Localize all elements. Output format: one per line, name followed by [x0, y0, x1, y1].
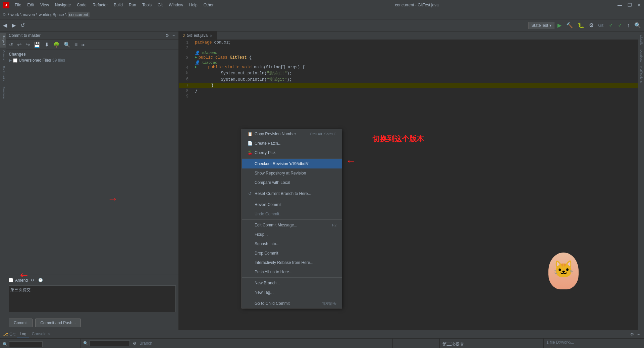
cherry-icon: 🍒 — [247, 150, 253, 155]
tab-log[interactable]: Log — [17, 330, 29, 338]
ctx-new-branch[interactable]: New Branch... — [242, 278, 342, 288]
breadcrumb-work[interactable]: work — [10, 12, 19, 17]
menu-code[interactable]: Code — [74, 2, 89, 8]
separator-4 — [242, 219, 342, 220]
undo-icon[interactable]: ↩ — [15, 41, 23, 49]
tab-console[interactable]: Console ✕ — [29, 330, 53, 338]
close-button[interactable]: ✕ — [637, 2, 641, 8]
ctx-push-all-up[interactable]: Push All up to Here... — [242, 267, 342, 277]
filter-icon[interactable]: ⚙ — [131, 340, 138, 347]
commit-message-area: Amend ⚙ 🕐 第三次提交 — [6, 275, 178, 316]
expand-icon[interactable]: ≡ — [73, 41, 79, 49]
unversioned-checkbox[interactable] — [13, 58, 17, 63]
demo01-folder[interactable]: ▾ 📁 demo01 — [544, 346, 644, 348]
ctx-revert-commit[interactable]: Revert Commit — [242, 200, 342, 209]
breadcrumb-maven[interactable]: maven — [23, 12, 35, 17]
state-test-button[interactable]: StateTest ▾ — [528, 22, 554, 29]
console-close-icon[interactable]: ✕ — [48, 332, 51, 336]
git-check-btn[interactable]: ✓ — [607, 21, 615, 29]
build-button[interactable]: 🔨 — [565, 21, 575, 29]
commit-minimize-icon[interactable]: − — [171, 33, 176, 38]
save-icon[interactable]: 💾 — [32, 41, 42, 49]
debug-button[interactable]: 🐛 — [576, 21, 586, 29]
commit-settings-icon[interactable]: ⚙ — [164, 33, 170, 38]
amend-checkbox[interactable] — [9, 278, 13, 282]
run-button[interactable]: ▶ — [556, 21, 563, 29]
settings-button[interactable]: ⚙ — [587, 21, 595, 29]
menu-build[interactable]: Build — [111, 2, 125, 8]
tree-icon[interactable]: 🌳 — [51, 41, 61, 49]
maximize-button[interactable]: ❐ — [628, 2, 632, 8]
window-title: concurrent - GitTest.java — [216, 3, 618, 7]
toolbar-back-btn[interactable]: ◀ — [1, 21, 9, 29]
menu-help[interactable]: Help — [186, 2, 200, 8]
tab-close-icon[interactable]: ✕ — [210, 34, 212, 38]
ctx-create-patch[interactable]: 📄 Create Patch... — [242, 139, 342, 148]
log-minimize-icon[interactable]: − — [636, 331, 641, 338]
download-icon[interactable]: ⬇ — [43, 41, 51, 49]
file-list-header: 1 file D:\work\... — [544, 339, 644, 346]
menu-tools[interactable]: Tools — [140, 2, 154, 8]
ctx-go-to-child[interactable]: Go to Child Commit 向左箭头 — [242, 299, 342, 308]
commit-button[interactable]: Commit — [9, 319, 33, 327]
sidebar-item-commit[interactable]: Commit — [0, 48, 6, 63]
ctx-copy-revision[interactable]: 📋 Copy Revision Number Ctrl+Alt+Shift+C — [242, 129, 342, 139]
redo-icon[interactable]: ↪ — [24, 41, 32, 49]
unversioned-files-row[interactable]: ▶ Unversioned Files 59 files — [6, 57, 178, 63]
commit-message-input[interactable]: 第三次提交 — [9, 285, 176, 312]
log-settings-icon[interactable]: ⚙ — [629, 331, 636, 338]
menu-file[interactable]: File — [12, 2, 24, 8]
menu-bar: File Edit View Navigate Code Refactor Bu… — [12, 2, 216, 8]
amend-history-icon[interactable]: 🕐 — [37, 278, 44, 283]
ctx-drop-commit[interactable]: Drop Commit — [242, 249, 342, 258]
right-tab-database[interactable]: Database — [639, 48, 644, 65]
ctx-fixup[interactable]: Fixup... — [242, 230, 342, 239]
ctx-new-tag[interactable]: New Tag... — [242, 288, 342, 297]
ctx-show-repository[interactable]: Show Repository at Revision — [242, 168, 342, 178]
unversioned-count: 59 files — [52, 58, 65, 63]
ctx-cherry-pick[interactable]: 🍒 Cherry-Pick — [242, 148, 342, 157]
search-button[interactable]: 🔍 — [633, 21, 643, 29]
sidebar-item-structure[interactable]: Structure — [0, 84, 6, 101]
toolbar-refresh-btn[interactable]: ↺ — [19, 21, 26, 29]
toolbar-forward-btn[interactable]: ▶ — [10, 21, 17, 29]
ctx-squash-into[interactable]: Squash Into... — [242, 239, 342, 249]
menu-run[interactable]: Run — [126, 2, 139, 8]
breadcrumb-drive[interactable]: D: — [3, 12, 7, 17]
menu-edit[interactable]: Edit — [24, 2, 37, 8]
ctx-checkout-revision[interactable]: Checkout Revision 'c195dbd5' — [242, 159, 342, 168]
menu-other[interactable]: Other — [201, 2, 216, 8]
minimize-button[interactable]: — — [618, 2, 622, 8]
sidebar-item-bookmarks[interactable]: Bookmarks — [0, 63, 6, 84]
editor-tab-gittest[interactable]: J GitTest.java ✕ — [179, 31, 217, 40]
copy-icon: 📋 — [247, 131, 253, 137]
breadcrumb-workspace[interactable]: workingSpace — [39, 12, 64, 17]
menu-refactor[interactable]: Refactor — [90, 2, 110, 8]
right-tab-classlib[interactable]: Classlib — [639, 33, 644, 48]
collapse-icon[interactable]: ≈ — [80, 41, 86, 49]
search-icon[interactable]: 🔍 — [62, 41, 72, 49]
git-push-btn[interactable]: ✓ — [616, 21, 624, 29]
right-tab-notifications[interactable]: Notifications — [639, 64, 644, 85]
menu-navigate[interactable]: Navigate — [52, 2, 73, 8]
menu-git[interactable]: Git — [155, 2, 165, 8]
commit-and-push-button[interactable]: Commit and Push... — [35, 319, 80, 327]
ctx-edit-commit-msg[interactable]: Edit Commit Message... F2 — [242, 220, 342, 230]
amend-settings-icon[interactable]: ⚙ — [30, 278, 35, 283]
menu-view[interactable]: View — [38, 2, 52, 8]
git-update-btn[interactable]: ↑ — [625, 21, 631, 29]
ctx-interactively-rebase[interactable]: Interactively Rebase from Here... — [242, 258, 342, 267]
code-line-2: 2 — [179, 45, 638, 51]
amend-row: Amend ⚙ 🕐 — [9, 278, 176, 283]
rebase-icon — [247, 260, 253, 265]
branch-search-input[interactable] — [9, 341, 43, 347]
menu-window[interactable]: Window — [166, 2, 186, 8]
breadcrumb-concurrent[interactable]: concurrent — [68, 12, 90, 17]
sidebar-item-project[interactable]: Project — [0, 33, 6, 48]
git-log-area: ⎇ Git: Log Console ✕ ⚙ − 🔍 HEAD (Current… — [0, 330, 644, 348]
refresh-icon[interactable]: ↺ — [7, 41, 15, 49]
side-panel: Project Commit Bookmarks Structure — [0, 31, 6, 330]
ctx-reset-branch[interactable]: ↺ Reset Current Branch to Here... — [242, 189, 342, 198]
commit-search-input[interactable] — [90, 340, 130, 346]
ctx-compare-local[interactable]: Compare with Local — [242, 178, 342, 187]
